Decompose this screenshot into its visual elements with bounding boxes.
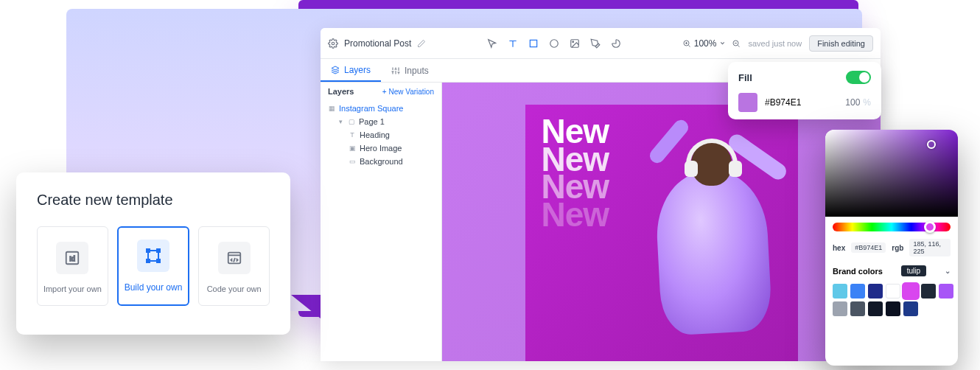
save-status: saved just now <box>748 39 802 48</box>
layer-label: Heading <box>360 130 390 139</box>
hex-input[interactable]: #B974E1 <box>851 242 886 253</box>
brand-swatch[interactable] <box>833 284 847 299</box>
document-title[interactable]: Promotional Post <box>344 38 411 49</box>
chevron-down-icon <box>719 40 726 46</box>
pen-tool-icon[interactable] <box>589 38 601 49</box>
brand-swatch[interactable] <box>921 284 936 299</box>
svg-rect-12 <box>147 259 150 262</box>
option-code[interactable]: Code your own <box>198 226 270 306</box>
brand-name-badge[interactable]: tulip <box>901 265 926 276</box>
brand-colors-label: Brand colors <box>833 267 883 276</box>
color-field[interactable] <box>825 130 958 217</box>
artboard[interactable]: New New New New <box>525 105 798 361</box>
brand-swatch[interactable] <box>850 284 865 299</box>
brand-swatch[interactable] <box>903 301 918 316</box>
fill-toggle[interactable] <box>846 71 871 84</box>
brand-swatch[interactable] <box>939 284 953 299</box>
svg-point-4 <box>573 41 574 42</box>
caret-down-icon: ▾ <box>337 118 344 125</box>
frame-icon: ▦ <box>328 105 335 112</box>
hue-slider[interactable] <box>833 223 951 231</box>
fill-opacity-value[interactable]: 100 <box>845 97 860 108</box>
layer-label: Instagram Square <box>339 104 403 113</box>
fill-opacity-unit: % <box>863 97 871 108</box>
heading-line: New <box>542 201 609 229</box>
indesign-icon: Id <box>56 242 88 274</box>
brand-swatch-grid <box>825 279 958 321</box>
brand-swatch[interactable] <box>903 284 918 299</box>
brand-swatch[interactable] <box>868 301 883 316</box>
svg-rect-11 <box>157 249 160 252</box>
svg-rect-1 <box>530 40 536 46</box>
gear-icon[interactable] <box>328 38 338 49</box>
fill-hex-value[interactable]: #B974E1 <box>765 97 801 108</box>
rgb-input[interactable]: 185, 116, 225 <box>909 239 951 256</box>
color-picker: hex #B974E1 rgb 185, 116, 225 Brand colo… <box>825 130 958 366</box>
brand-swatch[interactable] <box>850 301 865 316</box>
svg-point-2 <box>550 39 559 47</box>
layer-page[interactable]: ▾ ▢ Page 1 <box>321 115 441 128</box>
ellipse-tool-icon[interactable] <box>548 38 560 49</box>
tool-strip <box>426 38 682 49</box>
rectangle-tool-icon[interactable] <box>528 38 539 49</box>
page-icon: ▢ <box>348 118 355 125</box>
canvas[interactable]: New New New New <box>442 83 881 361</box>
option-label: Import your own <box>43 285 102 293</box>
text-tool-icon[interactable] <box>507 38 519 49</box>
image-tool-icon[interactable] <box>569 38 581 49</box>
rgb-label: rgb <box>892 244 903 252</box>
layer-hero-image[interactable]: ▣ Hero Image <box>321 142 441 155</box>
layer-root[interactable]: ▦ Instagram Square <box>321 102 441 115</box>
layers-panel: Layers + New Variation ▦ Instagram Squar… <box>321 83 442 361</box>
finish-editing-button[interactable]: Finish editing <box>809 35 873 52</box>
zoom-in-icon <box>682 39 691 48</box>
image-icon: ▣ <box>349 144 356 152</box>
hue-slider-thumb[interactable] <box>924 221 936 233</box>
zoom-out-icon <box>732 39 741 48</box>
option-label: Build your own <box>125 282 183 293</box>
shape-tool-icon[interactable] <box>610 38 622 49</box>
tab-layers-label: Layers <box>344 65 371 75</box>
bounding-box-icon <box>137 240 169 272</box>
tab-inputs[interactable]: Inputs <box>381 59 439 82</box>
layer-background[interactable]: ▭ Background <box>321 155 441 168</box>
code-icon <box>218 242 251 274</box>
create-template-title: Create new template <box>37 192 270 209</box>
zoom-control[interactable]: 100% <box>682 38 741 49</box>
fill-title: Fill <box>738 72 752 83</box>
create-template-card: Create new template Id Import your own B… <box>16 172 290 335</box>
svg-point-0 <box>332 42 335 45</box>
text-icon: T <box>349 131 356 139</box>
svg-text:Id: Id <box>70 255 76 262</box>
layer-label: Hero Image <box>360 144 402 153</box>
option-build[interactable]: Build your own <box>117 226 190 306</box>
editor-topbar: Promotional Post 100% saved just now Fin… <box>321 28 881 59</box>
tab-layers[interactable]: Layers <box>321 59 381 82</box>
artboard-heading[interactable]: New New New New <box>542 118 609 229</box>
layer-tree: ▦ Instagram Square ▾ ▢ Page 1 T Heading … <box>321 100 441 170</box>
option-import[interactable]: Id Import your own <box>37 226 108 306</box>
layer-label: Page 1 <box>359 117 385 126</box>
new-variation-button[interactable]: + New Variation <box>382 88 434 96</box>
tab-inputs-label: Inputs <box>405 66 429 76</box>
brand-swatch[interactable] <box>886 284 900 299</box>
color-field-cursor[interactable] <box>927 140 936 149</box>
fill-panel: Fill #B974E1 100 % <box>728 62 881 119</box>
brand-swatch[interactable] <box>833 301 847 316</box>
chevron-down-icon[interactable]: ⌄ <box>945 267 951 275</box>
sliders-icon <box>391 66 400 75</box>
hex-label: hex <box>833 244 845 252</box>
brand-swatch[interactable] <box>886 301 900 316</box>
fill-swatch[interactable] <box>738 93 757 112</box>
hero-image-figure[interactable] <box>621 112 798 361</box>
svg-rect-13 <box>157 259 160 262</box>
pencil-icon[interactable] <box>417 39 426 48</box>
rect-icon: ▭ <box>349 158 356 165</box>
layer-heading[interactable]: T Heading <box>321 128 441 142</box>
svg-rect-10 <box>147 249 150 252</box>
zoom-value: 100% <box>694 38 717 49</box>
panel-title: Layers <box>328 87 354 96</box>
cursor-tool-icon[interactable] <box>486 38 498 49</box>
brand-swatch[interactable] <box>868 284 883 299</box>
layers-icon <box>331 66 340 74</box>
